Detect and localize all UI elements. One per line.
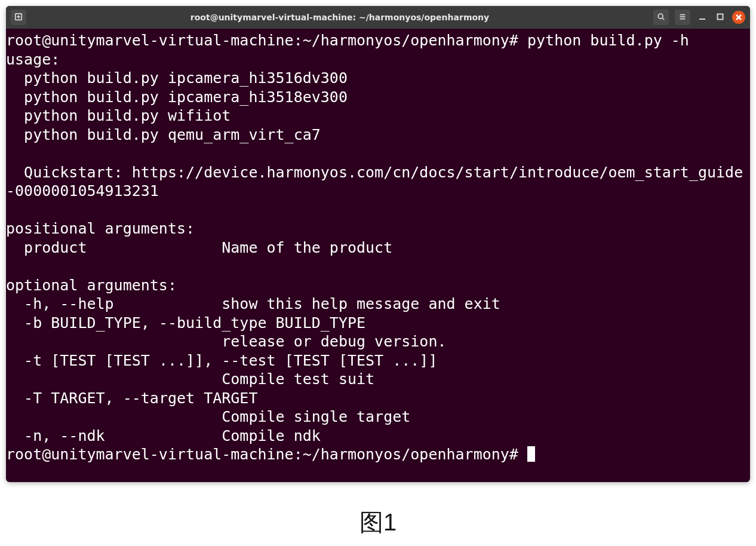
maximize-button[interactable] bbox=[714, 11, 726, 23]
menu-button[interactable] bbox=[675, 10, 690, 25]
search-icon bbox=[657, 13, 665, 23]
hamburger-icon bbox=[678, 13, 687, 23]
command: python build.py -h bbox=[527, 32, 689, 49]
output-line: product Name of the product bbox=[6, 239, 392, 256]
figure-caption: 图1 bbox=[0, 506, 756, 539]
window-titlebar: root@unitymarvel-virtual-machine: ~/harm… bbox=[6, 6, 750, 29]
terminal-window: root@unitymarvel-virtual-machine: ~/harm… bbox=[6, 6, 750, 482]
output-line: -t [TEST [TEST ...]], --test [TEST [TEST… bbox=[6, 352, 437, 369]
svg-rect-9 bbox=[718, 14, 723, 20]
new-tab-button[interactable] bbox=[11, 10, 26, 25]
output-line: Compile single target bbox=[6, 408, 410, 425]
output-line: python build.py ipcamera_hi3516dv300 bbox=[6, 69, 348, 87]
maximize-icon bbox=[717, 13, 724, 22]
output-line: -b BUILD_TYPE, --build_type BUILD_TYPE bbox=[6, 314, 365, 332]
minimize-button[interactable] bbox=[696, 11, 708, 23]
output-line: Compile test suit bbox=[6, 370, 374, 388]
output-line: release or debug version. bbox=[6, 333, 447, 350]
search-button[interactable] bbox=[653, 10, 669, 25]
output-line: Quickstart: https://device.harmonyos.com… bbox=[6, 164, 743, 200]
output-line: -n, --ndk Compile ndk bbox=[6, 427, 321, 444]
terminal-output[interactable]: root@unitymarvel-virtual-machine:~/harmo… bbox=[6, 29, 750, 482]
cursor-icon bbox=[527, 446, 535, 462]
output-line: usage: bbox=[6, 51, 60, 68]
close-icon bbox=[736, 13, 742, 22]
prompt: root@unitymarvel-virtual-machine:~/harmo… bbox=[6, 446, 527, 463]
output-line: positional arguments: bbox=[6, 220, 195, 237]
close-button[interactable] bbox=[732, 11, 745, 24]
output-line: optional arguments: bbox=[6, 277, 177, 294]
svg-line-4 bbox=[662, 18, 664, 20]
output-line: python build.py wifiiot bbox=[6, 107, 231, 124]
window-title: root@unitymarvel-virtual-machine: ~/harm… bbox=[29, 13, 651, 22]
prompt: root@unitymarvel-virtual-machine:~/harmo… bbox=[6, 32, 527, 49]
svg-point-3 bbox=[658, 14, 663, 19]
output-line: python build.py ipcamera_hi3518ev300 bbox=[6, 88, 348, 106]
output-line: python build.py qemu_arm_virt_ca7 bbox=[6, 126, 321, 143]
output-line: -h, --help show this help message and ex… bbox=[6, 295, 500, 312]
minimize-icon bbox=[699, 13, 706, 22]
new-tab-icon bbox=[14, 13, 23, 23]
output-line: -T TARGET, --target TARGET bbox=[6, 389, 257, 407]
